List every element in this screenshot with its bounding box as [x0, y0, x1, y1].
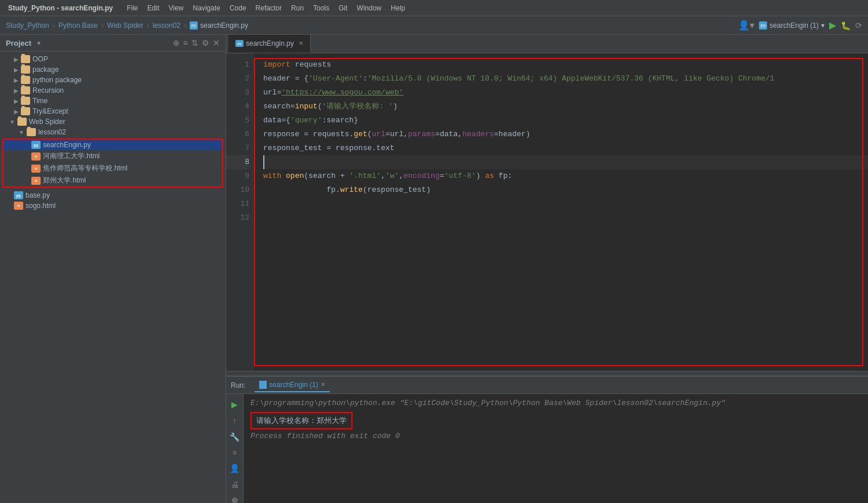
- sidebar-item-jiaozuo-html[interactable]: H 焦作师范高等专科学校.html: [3, 162, 222, 174]
- run-tools-icon[interactable]: 🔧: [228, 431, 241, 443]
- sidebar-content: ▶ OOP ▶ package ▶ python package ▶: [0, 52, 226, 503]
- close-sidebar-icon[interactable]: ✕: [213, 38, 220, 48]
- line-11: 11: [226, 197, 249, 211]
- python-package-label: python package: [32, 76, 82, 84]
- code-line-1: import requests: [263, 58, 868, 72]
- html-file-icon-henan: H: [31, 152, 41, 161]
- sidebar-item-oop[interactable]: ▶ OOP: [0, 54, 226, 64]
- run-output[interactable]: E:\programming\python\python.exe "E:\git…: [244, 394, 868, 503]
- line-12: 12: [226, 211, 249, 225]
- editor-tabs: py searchEngin.py ✕: [226, 35, 868, 53]
- breadcrumb-lesson02[interactable]: lesson02: [152, 21, 180, 30]
- sidebar-item-zhengzhou-html[interactable]: H 郑州大学.html: [3, 174, 222, 187]
- menu-run[interactable]: Run: [288, 3, 307, 13]
- run-finished-text: Process finished with exit code 0: [250, 432, 400, 440]
- sidebar-item-package[interactable]: ▶ package: [0, 64, 226, 75]
- sidebar-item-lesson02[interactable]: ▼ lesson02: [0, 127, 226, 137]
- sidebar-arrow[interactable]: ▼: [36, 40, 42, 46]
- sogo-label: sogo.html: [26, 202, 56, 210]
- expand-arrow-oop: ▶: [14, 56, 19, 63]
- more-button[interactable]: ⟳: [855, 21, 862, 30]
- folder-icon-webspider: [17, 118, 27, 126]
- code-line-4: search=input('请输入学校名称: '): [263, 100, 868, 114]
- code-line-3: url='https://www.sogou.com/web': [263, 86, 868, 100]
- user-icon[interactable]: 👤▾: [738, 20, 754, 31]
- breadcrumb-bar: Study_Python › Python Base › Web Spider …: [0, 16, 868, 35]
- run-trash-icon[interactable]: 🗑: [230, 495, 240, 503]
- breadcrumb-web-spider[interactable]: Web Spider: [107, 21, 143, 30]
- breadcrumb-file: py searchEngin.py: [190, 21, 248, 30]
- menu-bar: Study_Python - searchEngin.py File Edit …: [0, 0, 868, 16]
- menu-edit[interactable]: Edit: [144, 3, 163, 13]
- code-content[interactable]: import requests header = {'User-Agent':'…: [254, 53, 868, 371]
- html-file-icon-jiaozuo: H: [31, 165, 41, 173]
- sidebar-item-searchengin-py[interactable]: py searchEngin.py: [3, 140, 222, 150]
- expand-icon[interactable]: ⇅: [191, 38, 198, 48]
- run-print-icon[interactable]: 🖨: [230, 479, 240, 490]
- line-1: 1: [226, 58, 249, 72]
- folder-icon-time: [21, 97, 30, 105]
- expand-arrow-recursion: ▶: [14, 88, 19, 94]
- base-label: base.py: [26, 191, 50, 199]
- add-icon[interactable]: ⊕: [173, 38, 180, 48]
- menu-tools[interactable]: Tools: [310, 3, 333, 13]
- sidebar-item-recursion[interactable]: ▶ Recursion: [0, 85, 226, 96]
- menu-git[interactable]: Git: [335, 3, 351, 13]
- run-button[interactable]: ▶: [829, 20, 836, 31]
- sidebar-item-base-py[interactable]: py base.py: [0, 190, 226, 201]
- settings-gear-icon[interactable]: ⚙: [202, 38, 209, 48]
- sidebar-item-tryexcept[interactable]: ▶ Try&Except: [0, 106, 226, 116]
- html-file-icon-sogo: H: [14, 202, 23, 210]
- debug-button[interactable]: 🐛: [841, 21, 851, 30]
- code-line-7: response_test = response.text: [263, 141, 868, 155]
- folder-icon-oop: [21, 55, 30, 63]
- run-tab-close[interactable]: ✕: [321, 381, 325, 388]
- tab-py-icon: py: [235, 40, 244, 47]
- tab-close-icon[interactable]: ✕: [299, 40, 303, 46]
- sidebar-item-henan-html[interactable]: H 河南理工大学.html: [3, 150, 222, 162]
- run-tab-label: searchEngin (1): [269, 381, 318, 389]
- html-file-icon-zhengzhou: H: [31, 177, 41, 185]
- menu-help[interactable]: Help: [387, 3, 409, 13]
- henan-label: 河南理工大学.html: [43, 151, 100, 161]
- run-input-text: 请输入学校名称：郑州大学: [256, 417, 347, 425]
- sidebar-item-python-package[interactable]: ▶ python package: [0, 75, 226, 85]
- line-6: 6: [226, 127, 249, 141]
- folder-icon-python-package: [21, 76, 30, 84]
- menu-view[interactable]: View: [165, 3, 187, 13]
- breadcrumb-python-base[interactable]: Python Base: [59, 21, 98, 30]
- menu-refactor[interactable]: Refactor: [252, 3, 285, 13]
- line-7: 7: [226, 141, 249, 155]
- collapse-all-icon[interactable]: ≡: [183, 38, 188, 48]
- sidebar-title: Project: [6, 39, 31, 48]
- sidebar-header: Project ▼ ⊕ ≡ ⇅ ⚙ ✕: [0, 35, 226, 52]
- line-2: 2: [226, 72, 249, 86]
- menu-code[interactable]: Code: [226, 3, 250, 13]
- run-lines-icon[interactable]: ≡: [231, 447, 238, 458]
- menu-navigate[interactable]: Navigate: [190, 3, 224, 13]
- run-tab-searchengin[interactable]: py searchEngin (1) ✕: [255, 378, 329, 392]
- breadcrumb-project[interactable]: Study_Python: [6, 21, 49, 30]
- run-panel: Run: py searchEngin (1) ✕ ▶ ↑ 🔧 ≡ 👤 🖨 🗑: [226, 376, 868, 503]
- folder-icon-package: [21, 65, 30, 74]
- folder-icon-tryexcept: [21, 107, 30, 115]
- code-line-5: data={'query':search}: [263, 114, 868, 127]
- run-arrow-up-icon[interactable]: ↑: [231, 415, 238, 427]
- window-title: Study_Python - searchEngin.py: [5, 3, 117, 13]
- tab-searchengin[interactable]: py searchEngin.py ✕: [228, 35, 311, 53]
- line-3: 3: [226, 86, 249, 100]
- run-play-icon[interactable]: ▶: [230, 399, 239, 410]
- menu-file[interactable]: File: [124, 3, 141, 13]
- run-person-icon[interactable]: 👤: [228, 462, 241, 474]
- line-5: 5: [226, 114, 249, 127]
- run-input-highlight-box: 请输入学校名称：郑州大学: [250, 412, 353, 429]
- sidebar-item-webspider[interactable]: ▼ Web Spider: [0, 116, 226, 127]
- sidebar-item-time[interactable]: ▶ Time: [0, 96, 226, 106]
- sidebar: Project ▼ ⊕ ≡ ⇅ ⚙ ✕ ▶ OOP ▶: [0, 35, 226, 503]
- horizontal-scrollbar[interactable]: [226, 371, 868, 376]
- oop-label: OOP: [32, 55, 48, 63]
- line-numbers: 1 2 3 4 5 6 7 8 9 10 11 12: [226, 53, 254, 371]
- sidebar-item-sogo-html[interactable]: H sogo.html: [0, 201, 226, 211]
- tab-label: searchEngin.py: [246, 39, 294, 48]
- menu-window[interactable]: Window: [353, 3, 385, 13]
